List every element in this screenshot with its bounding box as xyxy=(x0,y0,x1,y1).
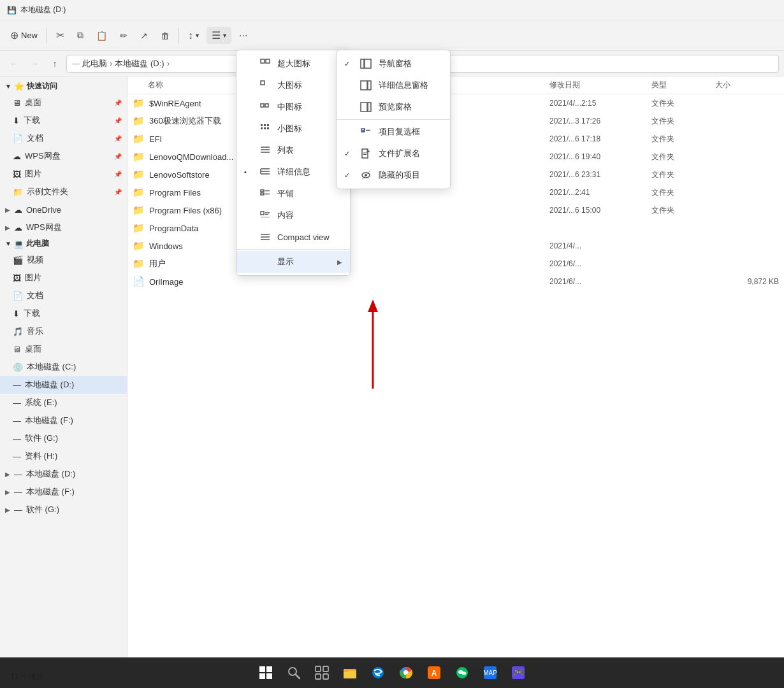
view-menu-item-extra-large[interactable]: 超大图标 xyxy=(236,53,350,75)
sidebar-item-f[interactable]: — 本地磁盘 (F:) xyxy=(0,412,127,429)
sidebar-item-documents[interactable]: 📄 文档 xyxy=(0,287,127,305)
label-item-checkbox: 项目复选框 xyxy=(379,126,442,138)
submenu-item-hidden-items[interactable]: ✓ 隐藏的项目 xyxy=(337,164,450,186)
sidebar-item-videos[interactable]: 🎬 视频 xyxy=(0,251,127,269)
svg-rect-47 xyxy=(259,673,265,679)
svg-rect-9 xyxy=(264,127,266,129)
more-button[interactable]: ··· xyxy=(234,27,252,44)
sidebar-item-g2[interactable]: ▶ — 软件 (G:) xyxy=(0,501,127,519)
taskbar-game[interactable]: 🎮 xyxy=(507,661,530,684)
file-row-efi[interactable]: 📁 EFI 2021/...6 17:18 文件夹 xyxy=(127,130,784,148)
view-button[interactable]: ☰ ▾ xyxy=(207,27,231,44)
taskbar-windows[interactable] xyxy=(254,661,277,684)
sidebar-item-downloads[interactable]: ⬇ 下载 📌 xyxy=(0,111,127,129)
file-row-pf[interactable]: 📁 Program Files 2021/...2:41 文件夹 xyxy=(127,183,784,201)
submenu-item-file-ext[interactable]: ✓ 文件扩展名 xyxy=(337,143,450,164)
new-icon: ⊕ xyxy=(10,29,18,41)
path-item-drive[interactable]: 本地磁盘 (D:) xyxy=(115,58,164,69)
file-row-users[interactable]: 📁 用户 2021/6/... xyxy=(127,255,784,273)
view-menu-item-large[interactable]: 大图标 xyxy=(236,75,350,96)
sidebar-item-desktop[interactable]: 🖥 桌面 📌 xyxy=(0,94,127,111)
col-date[interactable]: 修改日期 xyxy=(549,80,651,90)
taskbar-chrome[interactable] xyxy=(395,661,417,684)
icon-details xyxy=(259,167,271,177)
videos-icon: 🎬 xyxy=(13,255,23,265)
label-show: 显示 xyxy=(277,256,331,268)
sidebar-item-d[interactable]: — 本地磁盘 (D:) xyxy=(0,376,127,394)
sort-button[interactable]: ↕ ▾ xyxy=(183,27,204,44)
back-button[interactable]: ← xyxy=(5,55,23,73)
file-row-windows[interactable]: 📁 Windows 2021/4/... xyxy=(127,237,784,255)
share-button[interactable]: ↗ xyxy=(135,28,153,43)
sidebar-item-dl[interactable]: ⬇ 下载 xyxy=(0,305,127,322)
file-row-lenovo-soft[interactable]: 📁 LenovoSoftstore 2021/...6 23:31 文件夹 xyxy=(127,166,784,183)
forward-button[interactable]: → xyxy=(25,55,43,73)
taskbar-taskview[interactable] xyxy=(310,661,333,684)
sidebar-item-docs[interactable]: 📄 文档 📌 xyxy=(0,129,127,147)
view-menu-item-tiles[interactable]: 平铺 xyxy=(236,183,350,204)
sidebar-item-pictures[interactable]: 🖼 图片 📌 xyxy=(0,165,127,183)
taskbar-edge[interactable] xyxy=(367,661,389,684)
wpsdrive-label: WPS网盘 xyxy=(26,222,62,233)
view-menu-item-small[interactable]: 小图标 xyxy=(236,118,350,140)
file-row-pfx86[interactable]: 📁 Program Files (x86) 2021/...6 15:00 文件… xyxy=(127,201,784,219)
c-label: 本地磁盘 (C:) xyxy=(27,361,76,373)
path-item-pc[interactable]: 此电脑 xyxy=(82,58,107,69)
submenu-item-nav-pane[interactable]: ✓ 导航窗格 xyxy=(337,53,450,75)
sidebar-item-pics[interactable]: 🖼 图片 xyxy=(0,269,127,287)
taskbar-search[interactable] xyxy=(282,661,305,684)
sidebar-item-wps[interactable]: ☁ WPS网盘 📌 xyxy=(0,147,127,165)
d2-icon: — xyxy=(14,469,22,479)
check-file-ext: ✓ xyxy=(344,150,353,158)
videos-label: 视频 xyxy=(27,254,43,266)
submenu-item-preview-pane[interactable]: 预览窗格 xyxy=(337,96,450,118)
rename-button[interactable]: ✏ xyxy=(115,28,133,43)
paste-button[interactable]: 📋 xyxy=(91,28,112,43)
file-row-pd[interactable]: 📁 ProgramData xyxy=(127,219,784,237)
sidebar-item-samples[interactable]: 📁 示例文件夹 📌 xyxy=(0,183,127,201)
col-size[interactable]: 大小 xyxy=(715,80,779,90)
this-pc-header[interactable]: ▼ 💻 此电脑 xyxy=(0,236,127,251)
delete-button[interactable]: 🗑 xyxy=(156,28,175,43)
file-row-lenovo-qm[interactable]: 📁 LenovoQMDownload... 2021/...6 19:40 文件… xyxy=(127,148,784,166)
svg-rect-8 xyxy=(261,127,263,129)
col-type[interactable]: 类型 xyxy=(651,80,715,90)
sidebar-item-h[interactable]: — 资料 (H:) xyxy=(0,447,127,465)
svg-rect-51 xyxy=(316,666,321,671)
submenu-item-details-pane[interactable]: 详细信息窗格 xyxy=(337,75,450,96)
file-row-360[interactable]: 📁 360极速浏览器下载 2021/...3 17:26 文件夹 xyxy=(127,112,784,130)
cut-button[interactable]: ✂ xyxy=(51,27,69,44)
sidebar-item-g[interactable]: — 软件 (G:) xyxy=(0,429,127,447)
sidebar-item-c[interactable]: 💿 本地磁盘 (C:) xyxy=(0,358,127,376)
file-row-winreagent[interactable]: 📁 $WinREAgent 2021/4/...2:15 文件夹 xyxy=(127,94,784,112)
view-menu-item-show[interactable]: 显示 ▶ xyxy=(236,251,350,273)
up-button[interactable]: ↑ xyxy=(46,55,64,73)
view-menu-item-content[interactable]: 内容 xyxy=(236,204,350,226)
taskbar-map[interactable]: MAP xyxy=(479,661,502,684)
toolbar: ⊕ New ✂ ⧉ 📋 ✏ ↗ 🗑 ↕ ▾ ☰ ▾ ··· xyxy=(0,20,784,51)
sidebar-item-e[interactable]: — 系统 (E:) xyxy=(0,394,127,412)
view-menu-item-compact[interactable]: Compact view xyxy=(236,226,350,248)
taskbar-wechat[interactable] xyxy=(451,661,474,684)
sidebar-item-d2[interactable]: ▶ — 本地磁盘 (D:) xyxy=(0,465,127,483)
sidebar-item-desk2[interactable]: 🖥 桌面 xyxy=(0,340,127,358)
svg-rect-7 xyxy=(267,124,269,126)
icon-small xyxy=(259,124,271,134)
taskbar-explorer[interactable] xyxy=(338,661,361,684)
view-menu-item-medium[interactable]: 中图标 xyxy=(236,96,350,118)
new-button[interactable]: ⊕ New xyxy=(5,27,43,44)
quick-access-label: 快速访问 xyxy=(27,81,57,92)
submenu-item-item-checkbox[interactable]: 项目复选框 xyxy=(337,121,450,143)
quick-access-header[interactable]: ▼ ⭐ 快速访问 xyxy=(0,79,127,94)
copy-button[interactable]: ⧉ xyxy=(72,27,89,43)
sidebar-item-onedrive[interactable]: ▶ ☁ OneDrive xyxy=(0,201,127,219)
icon-nav-pane xyxy=(359,59,372,69)
sidebar-item-music[interactable]: 🎵 音乐 xyxy=(0,322,127,340)
taskbar-app1[interactable]: A xyxy=(423,661,446,684)
sidebar-item-f2[interactable]: ▶ — 本地磁盘 (F:) xyxy=(0,483,127,501)
view-menu-item-list[interactable]: 列表 xyxy=(236,140,350,161)
sidebar-item-wpsdrive[interactable]: ▶ ☁ WPS网盘 xyxy=(0,219,127,236)
file-row-oriimage[interactable]: 📄 OriImage 2021/6/... 9,872 KB xyxy=(127,273,784,290)
view-menu-item-details[interactable]: • 详细信息 xyxy=(236,161,350,183)
onedrive-icon: ☁ xyxy=(14,205,22,215)
